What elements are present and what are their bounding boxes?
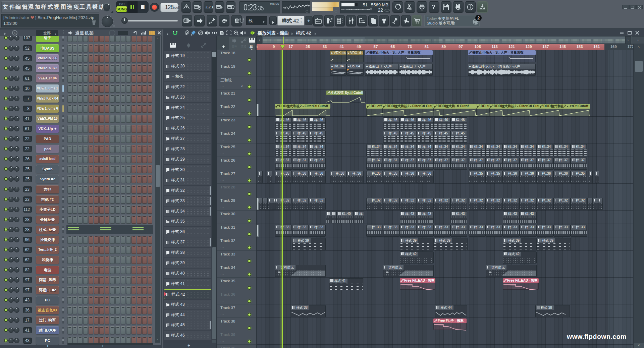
svg-text:?: ? — [432, 4, 435, 10]
svg-text:3.2.1: 3.2.1 — [205, 5, 213, 9]
